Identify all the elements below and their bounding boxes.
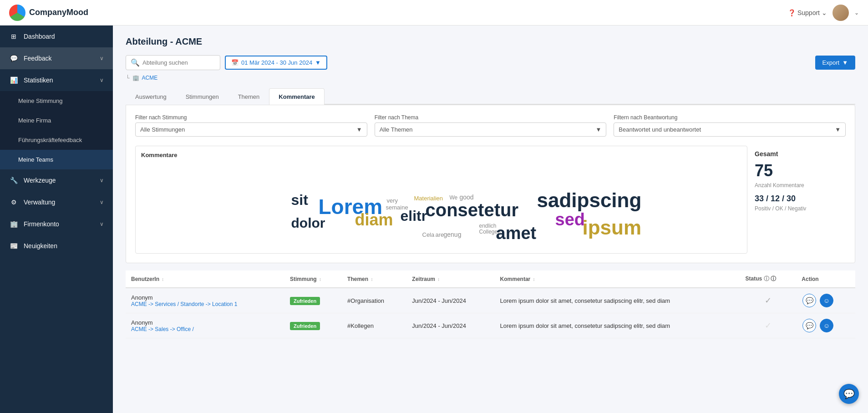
chevron-down-icon-beantwortung: ▼ <box>835 126 841 133</box>
top-header: CompanyMood ❓ Support ⌄ ⌄ <box>0 0 868 25</box>
tab-stimmungen[interactable]: Stimmungen <box>176 88 228 105</box>
cell-zeitraum-2: Jun/2024 - Jun/2024 <box>406 313 494 338</box>
tab-auswertung-label: Auswertung <box>135 93 167 100</box>
action-reply-button-1[interactable]: 💬 <box>802 294 816 307</box>
cell-action-2: 💬 ☺ <box>796 313 855 338</box>
company-icon: 🏢 <box>9 219 18 229</box>
date-filter-button[interactable]: 📅 01 Mär 2024 - 30 Jun 2024 ▼ <box>225 56 327 70</box>
sidebar-label-meine-teams: Meine Teams <box>18 156 104 163</box>
avatar[interactable] <box>832 5 849 21</box>
tab-stimmungen-label: Stimmungen <box>186 93 219 100</box>
cell-stimmung-2: Zufrieden <box>284 313 342 338</box>
filter-stimmung-group: Filter nach Stimmung Alle Stimmungen ▼ <box>135 114 367 137</box>
sidebar-item-meine-teams[interactable]: Meine Teams <box>0 150 113 169</box>
filter-thema-select[interactable]: Alle Themen ▼ <box>375 122 607 137</box>
date-filter-label: 01 Mär 2024 - 30 Jun 2024 <box>241 59 312 66</box>
sort-icon-themen: ↕ <box>371 277 373 282</box>
sidebar-item-neuigkeiten[interactable]: 📰 Neuigkeiten <box>0 235 113 257</box>
sidebar-item-meine-firma[interactable]: Meine Firma <box>0 111 113 130</box>
sidebar-item-werkzeuge[interactable]: 🔧 Werkzeuge ∨ <box>0 169 113 191</box>
sidebar-label-meine-firma: Meine Firma <box>18 117 104 124</box>
chevron-icon-statistiken: ∨ <box>100 77 104 83</box>
col-kommentar-label: Kommentar <box>500 276 531 282</box>
col-header-user[interactable]: BenutzerIn ↕ <box>126 270 284 288</box>
breadcrumb-building-icon: 🏢 <box>132 75 139 81</box>
filter-beantwortung-label: Filtern nach Beantwortung <box>614 114 846 121</box>
support-button[interactable]: ❓ Support ⌄ <box>788 9 827 16</box>
gesamt-box: Gesamt 75 Anzahl Kommentare 33 / 12 / 30… <box>755 146 846 254</box>
word-genug: genug <box>444 231 462 238</box>
filter-stimmung-value: Alle Stimmungen <box>140 126 185 133</box>
breadcrumb-label[interactable]: ACME <box>142 75 158 81</box>
sort-icon-user: ↕ <box>162 277 164 282</box>
zeitraum-value-1: Jun/2024 - Jun/2024 <box>412 297 466 304</box>
word-amet: amet <box>496 224 537 243</box>
sidebar-item-statistiken[interactable]: 📊 Statistiken ∨ <box>0 69 113 91</box>
sort-icon-kommentar: ↕ <box>533 277 535 282</box>
cell-themen-2: #Kollegen <box>342 313 406 338</box>
col-header-stimmung[interactable]: Stimmung ↕ <box>284 270 342 288</box>
tab-themen[interactable]: Themen <box>228 88 269 105</box>
sidebar-label-neuigkeiten: Neuigkeiten <box>24 242 104 250</box>
col-header-themen[interactable]: Themen ↕ <box>342 270 406 288</box>
main-card: Filter nach Stimmung Alle Stimmungen ▼ F… <box>126 105 855 263</box>
filter-stimmung-select[interactable]: Alle Stimmungen ▼ <box>135 122 367 137</box>
logo-text: CompanyMood <box>29 8 88 17</box>
cell-status-2: ✓ <box>740 313 796 338</box>
action-emoji-button-2[interactable]: ☺ <box>820 319 833 332</box>
search-input[interactable] <box>142 59 215 66</box>
action-reply-button-2[interactable]: 💬 <box>802 319 816 332</box>
chevron-icon-feedback: ∨ <box>100 55 104 61</box>
sidebar-label-feedback: Feedback <box>24 55 94 62</box>
table-body: Anonym ACME -> Services / Standorte -> L… <box>126 288 855 338</box>
col-stimmung-label: Stimmung <box>290 276 317 282</box>
table-header: BenutzerIn ↕ Stimmung ↕ Themen ↕ Zeitr <box>126 270 855 288</box>
chevron-down-icon-thema: ▼ <box>595 126 601 133</box>
page-title: Abteilung - ACME <box>126 36 855 47</box>
company-mood-logo-icon <box>9 5 25 21</box>
tab-kommentare[interactable]: Kommentare <box>269 88 324 105</box>
chevron-down-icon-date: ▼ <box>315 59 321 66</box>
col-status-label: Status <box>745 275 762 282</box>
gesamt-ratio-label: Positiv / OK / Negativ <box>755 205 846 212</box>
chevron-icon-werkzeuge: ∨ <box>100 177 104 184</box>
chevron-down-icon-export: ▼ <box>842 59 848 66</box>
action-emoji-button-1[interactable]: ☺ <box>820 294 833 307</box>
export-label: Export <box>822 59 840 66</box>
sort-icon-zeitraum: ↕ <box>437 277 440 282</box>
check-icon-2: ✓ <box>765 321 772 330</box>
tab-auswertung[interactable]: Auswertung <box>126 88 176 105</box>
sidebar-item-firmenkonto[interactable]: 🏢 Firmenkonto ∨ <box>0 213 113 235</box>
search-input-wrap: 🔍 <box>126 55 220 70</box>
admin-icon: ⚙ <box>9 198 18 207</box>
sidebar-item-verwaltung[interactable]: ⚙ Verwaltung ∨ <box>0 191 113 213</box>
kommentare-box: Kommentare sit Lorem very semaine Materi… <box>135 146 747 254</box>
dashboard-icon: ⊞ <box>9 32 18 41</box>
sidebar-item-feedback[interactable]: 💬 Feedback ∨ <box>0 47 113 69</box>
table-row: Anonym ACME -> Sales -> Office / Zufried… <box>126 313 855 338</box>
chevron-down-icon-avatar: ⌄ <box>854 10 859 16</box>
gesamt-title: Gesamt <box>755 150 846 158</box>
word-cloud: sit Lorem very semaine Materialien We go… <box>141 164 741 246</box>
cell-kommentar-2: Lorem ipsum dolor sit amet, consetetur s… <box>495 313 740 338</box>
tabs: Auswertung Stimmungen Themen Kommentare <box>126 88 855 105</box>
sidebar-item-dashboard[interactable]: ⊞ Dashboard <box>0 25 113 47</box>
stats-icon: 📊 <box>9 76 18 85</box>
search-icon: 🔍 <box>131 58 140 67</box>
col-header-zeitraum[interactable]: Zeitraum ↕ <box>406 270 494 288</box>
gesamt-count-label: Anzahl Kommentare <box>755 182 846 189</box>
col-header-kommentar[interactable]: Kommentar ↕ <box>495 270 740 288</box>
logo-area: CompanyMood <box>9 5 88 21</box>
sidebar-item-fuhrungskraftefeedback[interactable]: Führungskräftefeedback <box>0 130 113 150</box>
sort-icon-stimmung: ↕ <box>319 277 321 282</box>
chat-bubble-button[interactable]: 💬 <box>839 384 859 404</box>
org-link-2[interactable]: ACME -> Sales -> Office / <box>131 326 279 332</box>
org-link-1[interactable]: ACME -> Services / Standorte -> Location… <box>131 301 279 307</box>
feedback-icon: 💬 <box>9 54 18 63</box>
sidebar-item-meine-stimmung[interactable]: Meine Stimmung <box>0 91 113 111</box>
filter-beantwortung-group: Filtern nach Beantwortung Beantwortet un… <box>614 114 846 137</box>
export-button[interactable]: Export ▼ <box>815 56 855 70</box>
filter-beantwortung-select[interactable]: Beantwortet und unbeantwortet ▼ <box>614 122 846 137</box>
filter-row: 🔍 📅 01 Mär 2024 - 30 Jun 2024 ▼ Export ▼ <box>126 55 855 70</box>
chevron-down-icon-stimmung: ▼ <box>356 126 362 133</box>
